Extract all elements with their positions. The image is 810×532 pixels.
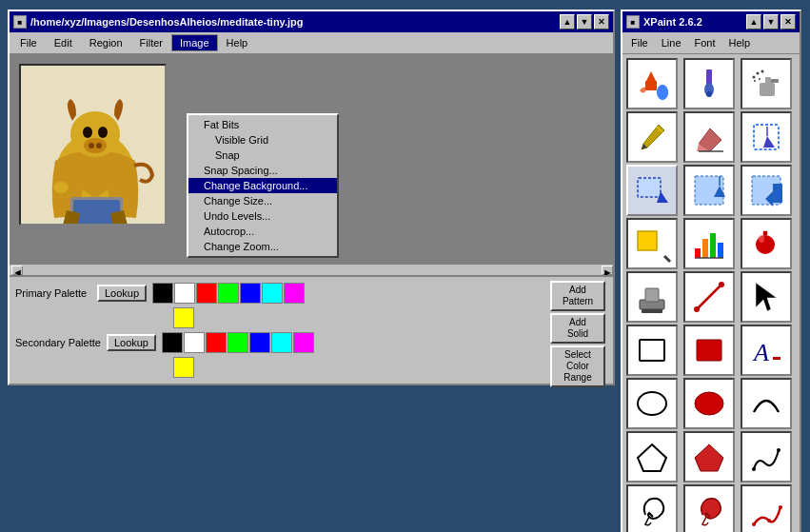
tool-menu-font[interactable]: Font	[688, 34, 722, 51]
menu-edit[interactable]: Edit	[46, 34, 81, 51]
menu-change-zoom[interactable]: Change Zoom...	[188, 239, 337, 254]
tool-stamp[interactable]	[626, 271, 678, 323]
tool-color-picker[interactable]	[741, 218, 792, 269]
tool-menu-help[interactable]: Help	[722, 34, 758, 51]
add-pattern-button[interactable]: AddPattern	[550, 281, 605, 311]
swatch-white[interactable]	[174, 283, 195, 304]
menu-file[interactable]: File	[11, 34, 46, 51]
svg-point-15	[706, 91, 712, 97]
close-button[interactable]: ✕	[594, 14, 609, 30]
tool-fill-ellipse[interactable]	[683, 378, 735, 429]
main-titlebar: ■ /home/xyz/Imagens/DesenhosAlheios/medi…	[10, 11, 613, 32]
menu-filter[interactable]: Filter	[131, 34, 171, 51]
svg-rect-44	[642, 309, 662, 313]
svg-rect-11	[645, 81, 657, 90]
tool-fill-rect[interactable]	[683, 325, 735, 376]
sec-swatch-red[interactable]	[206, 332, 227, 353]
svg-rect-37	[710, 233, 716, 258]
menu-change-size[interactable]: Change Size...	[188, 193, 337, 208]
tool-freehand-curve[interactable]	[741, 431, 792, 483]
primary-lookup-button[interactable]: Lookup	[97, 285, 147, 302]
tool-select-freehand[interactable]	[683, 165, 735, 216]
sec-swatch-white[interactable]	[184, 332, 205, 353]
swatch-cyan[interactable]	[262, 283, 283, 304]
tool-window: ■ XPaint 2.6.2 ▲ ▼ ✕ File Line Font Help	[621, 10, 801, 532]
menu-help[interactable]: Help	[218, 34, 257, 51]
sec-swatch-blue[interactable]	[249, 332, 270, 353]
tool-zoom[interactable]	[626, 218, 678, 269]
tool-polygon-outline[interactable]	[626, 431, 678, 483]
tool-titlebar: ■ XPaint 2.6.2 ▲ ▼ ✕	[622, 11, 800, 32]
palette-area: Primary Palette Lookup Secondary Palette…	[10, 275, 613, 384]
tool-eraser[interactable]	[683, 111, 735, 163]
swatch-red[interactable]	[196, 283, 217, 304]
tool-ellipse-outline[interactable]	[626, 378, 678, 429]
tool-maximize-button[interactable]: ▼	[763, 14, 779, 30]
sec-swatch-black[interactable]	[162, 332, 183, 353]
svg-point-8	[53, 182, 69, 193]
sec-swatch-magenta[interactable]	[293, 332, 314, 353]
select-color-range-button[interactable]: SelectColorRange	[550, 345, 605, 387]
scroll-track[interactable]	[23, 266, 602, 275]
menu-region[interactable]: Region	[81, 34, 131, 51]
menu-snap-spacing[interactable]: Snap Spacing...	[188, 163, 337, 178]
secondary-color-swatches	[162, 332, 314, 353]
window-icon: ■	[13, 15, 27, 29]
menu-undo-levels[interactable]: Undo Levels...	[188, 208, 337, 224]
tool-arrow-pointer[interactable]	[741, 271, 792, 323]
swatch-magenta[interactable]	[284, 283, 305, 304]
tool-select-rect[interactable]	[626, 165, 678, 216]
svg-marker-54	[638, 444, 666, 471]
tool-paint-bucket[interactable]	[626, 58, 678, 109]
horizontal-scrollbar[interactable]: ◄ ►	[10, 264, 613, 275]
tool-histogram[interactable]	[683, 218, 735, 269]
tool-lasso[interactable]	[626, 484, 678, 532]
swatch-yellow-primary[interactable]	[173, 307, 194, 328]
swatch-blue[interactable]	[240, 283, 261, 304]
sec-swatch-cyan[interactable]	[271, 332, 292, 353]
maximize-button[interactable]: ▼	[577, 14, 592, 30]
scroll-right-button[interactable]: ►	[602, 266, 613, 275]
sec-swatch-green[interactable]	[227, 332, 248, 353]
tool-fill-polygon[interactable]	[683, 431, 735, 483]
svg-point-22	[759, 78, 761, 80]
menu-autocrop[interactable]: Autocrop...	[188, 224, 337, 239]
main-menubar: File Edit Region Filter Image Help	[10, 32, 613, 54]
main-window: ■ /home/xyz/Imagens/DesenhosAlheios/medi…	[8, 10, 615, 385]
tool-fill-lasso[interactable]	[683, 484, 735, 532]
tool-brush[interactable]	[683, 58, 735, 109]
minimize-button[interactable]: ▲	[560, 14, 575, 30]
tool-dotted-select[interactable]	[741, 111, 792, 163]
tool-menu-line[interactable]: Line	[655, 34, 688, 51]
svg-point-52	[638, 392, 666, 415]
tool-window-title: XPaint 2.6.2	[643, 16, 702, 28]
svg-point-47	[719, 282, 724, 287]
tool-minimize-button[interactable]: ▲	[746, 14, 761, 30]
svg-point-57	[777, 448, 780, 452]
secondary-lookup-button[interactable]: Lookup	[107, 334, 156, 351]
tool-spray[interactable]	[741, 58, 792, 109]
scroll-left-button[interactable]: ◄	[11, 266, 23, 275]
tool-line-draw[interactable]	[683, 271, 735, 323]
menu-visible-grid[interactable]: Visible Grid	[188, 132, 337, 148]
tool-rectangle-outline[interactable]	[626, 325, 678, 376]
image-dropdown-menu: Fat Bits Visible Grid Snap Snap Spacing.…	[187, 113, 339, 258]
tool-connected-lines[interactable]	[741, 484, 792, 532]
svg-rect-49	[697, 340, 721, 361]
menu-snap[interactable]: Snap	[188, 148, 337, 163]
tool-close-button[interactable]: ✕	[780, 14, 796, 30]
tool-menu-file[interactable]: File	[624, 34, 655, 51]
tool-curve[interactable]	[741, 378, 792, 429]
svg-rect-35	[695, 248, 701, 258]
swatch-black[interactable]	[152, 283, 173, 304]
menu-change-background[interactable]: Change Background...	[188, 178, 337, 193]
tool-pencil[interactable]	[626, 111, 678, 163]
menu-image[interactable]: Image	[171, 34, 218, 51]
tool-text[interactable]: A	[741, 325, 792, 376]
tool-select-arrow[interactable]	[741, 165, 792, 216]
swatch-green[interactable]	[218, 283, 239, 304]
swatch-yellow-secondary[interactable]	[173, 357, 194, 378]
add-solid-button[interactable]: AddSolid	[550, 313, 605, 344]
menu-fat-bits[interactable]: Fat Bits	[188, 117, 337, 132]
svg-point-59	[779, 505, 782, 509]
